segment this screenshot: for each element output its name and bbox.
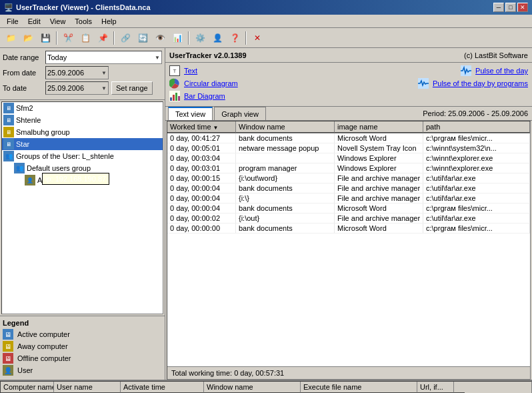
toolbar-help[interactable]: ❓ — [227, 31, 243, 45]
date-range-combo[interactable]: Today ▼ — [45, 51, 162, 64]
col-url[interactable]: Url, if... — [417, 382, 454, 393]
col-execute-file[interactable]: Execute file name — [301, 382, 417, 393]
minimize-button[interactable]: ─ — [493, 3, 504, 12]
active-computer-icon: 🖥 — [3, 329, 13, 340]
copyright-text: (c) LastBit Software — [464, 51, 528, 59]
group-icon: 👥 — [14, 163, 25, 173]
user-icon: 👤 — [25, 175, 35, 185]
right-panel: UserTracker v2.0.1389 (c) LastBit Softwa… — [165, 48, 532, 380]
tree-item-groups[interactable]: 👥 Groups of the User: L_shtenle — [2, 150, 163, 162]
report-circular[interactable]: Circular diagram — [169, 78, 238, 89]
toolbar-open[interactable]: 📂 — [20, 31, 36, 45]
toolbar-sep4 — [245, 31, 247, 45]
pulse-programs-icon — [418, 78, 429, 89]
monitor-icon: 🖥 — [3, 139, 14, 149]
col-computer-name[interactable]: Computer name — [1, 382, 54, 393]
svg-rect-5 — [173, 95, 175, 101]
toolbar-view[interactable]: 👁️ — [152, 31, 168, 45]
table-row[interactable]: 0 day, 00:00:04 bank documents Microsoft… — [167, 204, 530, 214]
toolbar-new[interactable]: 📁 — [3, 31, 19, 45]
pulse-programs-label: Pulse of the day by programs — [433, 79, 528, 87]
col-image-name[interactable]: image name — [335, 121, 423, 133]
toolbar-connect[interactable]: 🔗 — [117, 31, 133, 45]
legend-offline: 🖥 Offline computer — [3, 353, 162, 364]
toolbar-chart[interactable]: 📊 — [169, 31, 185, 45]
toolbar-save[interactable]: 💾 — [37, 31, 53, 45]
legend-away-label: Away computer — [17, 342, 68, 350]
table-row[interactable]: 0 day, 00:41:27 bank documents Microsoft… — [167, 133, 530, 143]
user-legend-icon: 👤 — [3, 365, 13, 376]
menu-file[interactable]: File — [3, 16, 23, 27]
menu-bar: File Edit View Tools Help — [0, 15, 532, 28]
table-row[interactable]: 0 day, 00:03:01 program manager Windows … — [167, 163, 530, 173]
main-table-body[interactable]: 0 day, 00:41:27 bank documents Microsoft… — [167, 133, 530, 366]
group-icon: 👥 — [3, 151, 14, 161]
report-pulse-programs[interactable]: Pulse of the day by programs — [418, 78, 528, 89]
set-range-button[interactable]: Set range — [111, 81, 153, 95]
legend-title: Legend — [3, 319, 162, 327]
circular-label: Circular diagram — [184, 79, 238, 87]
toolbar-refresh[interactable]: 🔄 — [135, 31, 151, 45]
report-pulse[interactable]: Pulse of the day — [461, 65, 528, 76]
left-panel: Date range Today ▼ From date 25.09.2006 … — [0, 48, 165, 380]
report-text-label: Text — [184, 67, 197, 75]
tab-text-view[interactable]: Text view — [168, 107, 213, 120]
legend-section: Legend 🖥 Active computer 🖥 Away computer… — [0, 316, 165, 380]
tree-item-smalbuhg[interactable]: 🖥 Smalbuhg group — [2, 126, 163, 138]
bottom-table: Computer name User name Activate time Wi… — [0, 381, 532, 393]
tree-item-shtenle[interactable]: 🖥 Shtenle — [2, 114, 163, 126]
toolbar-cut[interactable]: ✂️ — [60, 31, 76, 45]
col-path[interactable]: path — [423, 121, 530, 133]
menu-edit[interactable]: Edit — [24, 16, 45, 27]
menu-tools[interactable]: Tools — [71, 16, 96, 27]
user-tree[interactable]: 🖥 Sfm2 🖥 Shtenle 🖥 Smalbuhg group 🖥 Star… — [1, 101, 163, 314]
col-worked-time[interactable]: Worked time ▼ — [167, 121, 236, 133]
tab-graph-view[interactable]: Graph view — [214, 107, 266, 120]
pulse-icon — [461, 65, 471, 76]
col-user-name[interactable]: User name — [54, 382, 121, 393]
toolbar-copy[interactable]: 📋 — [77, 31, 93, 45]
col-window-name-bottom[interactable]: Window name — [204, 382, 301, 393]
toolbar-sep3 — [188, 31, 189, 45]
svg-rect-4 — [170, 97, 172, 101]
toolbar-sep1 — [56, 31, 57, 45]
table-row[interactable]: 0 day, 00:05:01 netware message popup No… — [167, 143, 530, 153]
tree-item-star[interactable]: 🖥 Star ip: 192.168.190.87 — [2, 138, 163, 150]
toolbar-user[interactable]: 👤 — [209, 31, 225, 45]
col-window-name[interactable]: Window name — [236, 121, 335, 133]
table-row[interactable]: 0 day, 00:00:00 bank documents Microsoft… — [167, 224, 530, 234]
toolbar-close[interactable]: ✕ — [249, 31, 265, 45]
col-activate-time[interactable]: Activate time — [121, 382, 204, 393]
report-bar[interactable]: Bar Diagram — [169, 91, 225, 101]
table-row[interactable]: 0 day, 00:00:15 {i:\out\word} File and a… — [167, 173, 530, 183]
away-computer-icon: 🖥 — [3, 341, 13, 352]
bar-chart-icon — [169, 91, 180, 101]
table-row[interactable]: 0 day, 00:03:04 Windows Explorer c:\winn… — [167, 153, 530, 163]
monitor-icon: 🖥 — [3, 103, 14, 113]
bottom-panel: Computer name User name Activate time Wi… — [0, 380, 532, 393]
date-section: Date range Today ▼ From date 25.09.2006 … — [0, 48, 165, 100]
toolbar-paste[interactable]: 📌 — [95, 31, 111, 45]
to-date-input[interactable]: 25.09.2006 ▼ — [45, 81, 109, 95]
text-report-icon: T — [169, 65, 180, 76]
toolbar-settings[interactable]: ⚙️ — [192, 31, 208, 45]
menu-help[interactable]: Help — [97, 16, 121, 27]
info-bar: UserTracker v2.0.1389 (c) LastBit Softwa… — [165, 48, 532, 63]
report-panel: T Text Pulse of the day — [165, 63, 532, 107]
bottom-table-header: Computer name User name Activate time Wi… — [1, 382, 531, 393]
tree-item-sfm2[interactable]: 🖥 Sfm2 — [2, 102, 163, 114]
pulse-label: Pulse of the day — [475, 67, 528, 75]
maximize-button[interactable]: □ — [505, 3, 516, 12]
report-text[interactable]: T Text — [169, 65, 197, 76]
legend-away: 🖥 Away computer — [3, 341, 162, 352]
offline-computer-icon: 🖥 — [3, 353, 13, 364]
table-row[interactable]: 0 day, 00:00:04 bank documents File and … — [167, 183, 530, 193]
table-row[interactable]: 0 day, 00:00:02 {i:\out} File and archiv… — [167, 214, 530, 224]
from-date-input[interactable]: 25.09.2006 ▼ — [45, 66, 109, 79]
date-range-label: Date range — [3, 53, 43, 61]
table-row[interactable]: 0 day, 00:00:04 {i:\} File and archive m… — [167, 193, 530, 204]
svg-rect-6 — [175, 93, 177, 101]
to-date-label: To date — [3, 84, 43, 92]
menu-view[interactable]: View — [46, 16, 70, 27]
close-button[interactable]: ✕ — [517, 3, 528, 12]
